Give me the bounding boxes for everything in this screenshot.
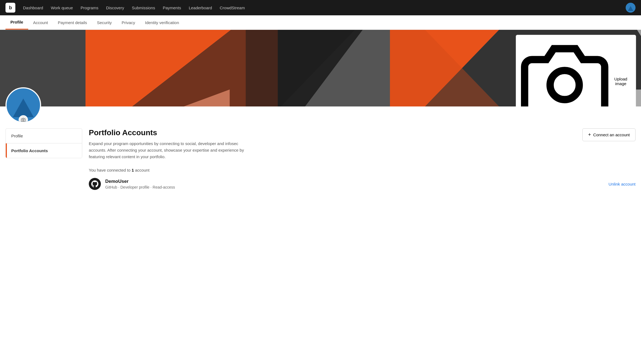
nav-crowdstream[interactable]: CrowdStream xyxy=(220,5,245,10)
sub-nav: Profile Account Payment details Security… xyxy=(0,15,641,30)
nav-payments[interactable]: Payments xyxy=(163,5,181,10)
logo-icon[interactable]: b xyxy=(5,3,15,13)
connected-account-word: account xyxy=(135,168,150,172)
user-avatar[interactable] xyxy=(626,3,636,13)
tab-profile[interactable]: Profile xyxy=(5,15,28,30)
nav-leaderboard[interactable]: Leaderboard xyxy=(189,5,212,10)
nav-workqueue[interactable]: Work queue xyxy=(51,5,73,10)
connect-account-label: Connect an account xyxy=(593,132,630,137)
top-nav: b Dashboard Work queue Programs Discover… xyxy=(0,0,641,15)
sidebar-item-profile[interactable]: Profile xyxy=(6,129,82,143)
cover-banner: Upload image xyxy=(0,30,641,106)
nav-dashboard[interactable]: Dashboard xyxy=(23,5,43,10)
account-row: DemoUser GitHub · Developer profile · Re… xyxy=(89,178,636,193)
github-logo-icon xyxy=(91,180,98,187)
tab-privacy[interactable]: Privacy xyxy=(117,16,140,29)
nav-submissions[interactable]: Submissions xyxy=(132,5,155,10)
content-area: Portfolio Accounts Expand your program o… xyxy=(89,128,636,193)
upload-image-button[interactable]: Upload image xyxy=(516,35,636,106)
portfolio-accounts-description: Expand your program opportunities by con… xyxy=(89,140,253,160)
tab-payment-details[interactable]: Payment details xyxy=(53,16,92,29)
tab-identity-verification[interactable]: Identity verification xyxy=(140,16,184,29)
nav-discovery[interactable]: Discovery xyxy=(106,5,124,10)
avatar-section xyxy=(0,106,641,123)
main-layout: Profile Portfolio Accounts Portfolio Acc… xyxy=(0,123,641,204)
plus-icon: + xyxy=(588,132,591,138)
sidebar-item-portfolio-accounts[interactable]: Portfolio Accounts xyxy=(6,143,82,158)
tab-account[interactable]: Account xyxy=(28,16,53,29)
sidebar: Profile Portfolio Accounts xyxy=(5,128,82,158)
connected-info: You have connected to 1 account xyxy=(89,168,636,172)
svg-point-12 xyxy=(550,71,579,100)
account-access: Read-access xyxy=(153,185,175,189)
account-platform: GitHub xyxy=(105,185,117,189)
tab-security[interactable]: Security xyxy=(92,16,117,29)
account-username: DemoUser xyxy=(105,179,175,184)
camera-icon xyxy=(521,38,608,106)
account-meta: GitHub · Developer profile · Read-access xyxy=(105,185,175,189)
account-type: Developer profile xyxy=(120,185,149,189)
upload-image-label: Upload image xyxy=(611,77,631,86)
avatar-camera-icon xyxy=(21,118,25,122)
profile-avatar xyxy=(5,87,41,123)
svg-point-13 xyxy=(22,119,24,121)
account-left: DemoUser GitHub · Developer profile · Re… xyxy=(89,178,175,190)
connected-count: 1 xyxy=(132,168,134,172)
connected-text: You have connected to xyxy=(89,168,130,172)
nav-programs[interactable]: Programs xyxy=(81,5,98,10)
account-info: DemoUser GitHub · Developer profile · Re… xyxy=(105,179,175,189)
unlink-account-button[interactable]: Unlink account xyxy=(609,182,636,186)
avatar-camera-button[interactable] xyxy=(19,115,28,123)
github-icon xyxy=(89,178,101,190)
portfolio-accounts-title: Portfolio Accounts xyxy=(89,128,253,137)
connect-account-button[interactable]: + Connect an account xyxy=(582,128,636,141)
portfolio-header: Portfolio Accounts Expand your program o… xyxy=(89,128,636,160)
portfolio-title-block: Portfolio Accounts Expand your program o… xyxy=(89,128,253,160)
